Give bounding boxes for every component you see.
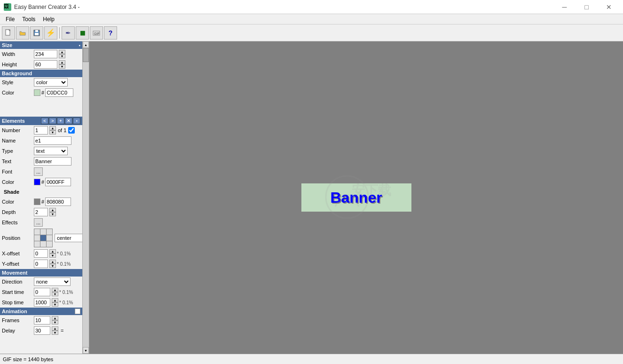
yoffset-spin-down[interactable]: ▼ bbox=[49, 264, 56, 268]
starttime-label: Start time bbox=[2, 289, 34, 295]
toolbar-export[interactable]: GIF bbox=[90, 26, 103, 40]
bg-section-header: Background bbox=[0, 70, 82, 77]
frames-input[interactable] bbox=[34, 316, 50, 324]
type-select[interactable]: text image bbox=[34, 147, 68, 155]
depth-row: Depth ▲ ▼ bbox=[0, 207, 82, 217]
pos-ml[interactable] bbox=[34, 235, 40, 241]
frames-label: Frames bbox=[2, 317, 34, 323]
elements-section-header: Elements < > + ✕ ▪ bbox=[0, 117, 82, 125]
delay-spinner: ▲ ▼ bbox=[52, 326, 58, 335]
pos-mr[interactable] bbox=[47, 235, 52, 241]
shade-color-label: Color bbox=[2, 199, 34, 205]
pos-bl[interactable] bbox=[34, 241, 40, 247]
elem-add-btn[interactable]: + bbox=[57, 118, 64, 124]
position-select[interactable]: center top-left top-right bottom-left bo… bbox=[55, 234, 82, 242]
delay-spin-down[interactable]: ▼ bbox=[52, 331, 58, 335]
effects-control: ... bbox=[34, 218, 80, 227]
width-input[interactable]: 234 bbox=[34, 50, 57, 58]
width-spinner: ▲ ▼ bbox=[59, 50, 65, 58]
toolbar-new[interactable] bbox=[2, 26, 15, 40]
style-select[interactable]: color gradient image bbox=[34, 78, 68, 87]
toolbar-edit[interactable]: ✒ bbox=[62, 26, 75, 40]
toolbar-help[interactable]: ? bbox=[104, 26, 117, 40]
pos-mc[interactable] bbox=[40, 235, 46, 241]
banner-background[interactable]: Banner bbox=[301, 183, 411, 212]
elem-copy-btn[interactable]: ▪ bbox=[73, 118, 80, 124]
stoptime-spin-up[interactable]: ▲ bbox=[52, 298, 58, 302]
menu-file[interactable]: File bbox=[2, 15, 18, 24]
font-button[interactable]: ... bbox=[34, 167, 43, 176]
text-row: Text bbox=[0, 156, 82, 166]
pos-tl[interactable] bbox=[34, 229, 40, 235]
pos-bc[interactable] bbox=[40, 241, 46, 247]
pos-tc[interactable] bbox=[40, 229, 46, 235]
position-grid[interactable] bbox=[34, 229, 53, 247]
width-spin-down[interactable]: ▼ bbox=[59, 54, 65, 58]
height-spin-up[interactable]: ▲ bbox=[59, 60, 65, 64]
bg-color-label: Color bbox=[2, 90, 34, 95]
effects-button[interactable]: ... bbox=[34, 218, 43, 227]
scroll-thumb[interactable] bbox=[83, 48, 89, 62]
name-input[interactable] bbox=[34, 136, 71, 145]
xoffset-spin-up[interactable]: ▲ bbox=[49, 249, 56, 253]
depth-spin-down[interactable]: ▼ bbox=[49, 212, 56, 216]
yoffset-input[interactable] bbox=[34, 260, 48, 268]
pos-br[interactable] bbox=[47, 241, 52, 247]
starttime-input[interactable] bbox=[34, 288, 50, 296]
scroll-down-btn[interactable]: ▼ bbox=[83, 347, 89, 354]
frames-spin-down[interactable]: ▼ bbox=[52, 320, 58, 324]
yoffset-pct: * 0.1% bbox=[57, 261, 71, 267]
depth-input[interactable] bbox=[34, 208, 48, 216]
number-input[interactable] bbox=[34, 126, 48, 135]
xoffset-input[interactable] bbox=[34, 249, 48, 258]
stoptime-spin-down[interactable]: ▼ bbox=[52, 302, 58, 307]
toolbar-save[interactable] bbox=[30, 26, 43, 40]
text-input[interactable] bbox=[34, 157, 71, 166]
number-spin-down[interactable]: ▼ bbox=[49, 130, 56, 135]
starttime-spin-up[interactable]: ▲ bbox=[52, 288, 58, 292]
height-spin-down[interactable]: ▼ bbox=[59, 64, 65, 69]
elem-next-btn[interactable]: > bbox=[49, 118, 56, 124]
text-control bbox=[34, 157, 80, 166]
scroll-up-btn[interactable]: ▲ bbox=[83, 41, 89, 48]
menu-help[interactable]: Help bbox=[39, 15, 58, 24]
direction-select[interactable]: none left right up down bbox=[34, 277, 71, 286]
height-spinner: ▲ ▼ bbox=[59, 60, 65, 69]
height-input[interactable] bbox=[34, 60, 57, 69]
depth-spin-up[interactable]: ▲ bbox=[49, 208, 56, 212]
toolbar-open[interactable] bbox=[16, 26, 29, 40]
maximize-button[interactable]: □ bbox=[576, 0, 597, 14]
elements-buttons: < > + ✕ ▪ bbox=[41, 118, 80, 124]
element-checkbox[interactable] bbox=[68, 127, 75, 134]
bg-color-swatch[interactable] bbox=[34, 89, 40, 96]
text-color-input[interactable] bbox=[45, 178, 71, 186]
toolbar-flash[interactable]: ⚡ bbox=[44, 26, 57, 40]
yoffset-row: Y-offset ▲ ▼ * 0.1% bbox=[0, 259, 82, 269]
text-color-swatch[interactable] bbox=[34, 179, 40, 185]
close-button[interactable]: ✕ bbox=[598, 0, 619, 14]
stoptime-input[interactable] bbox=[34, 298, 50, 307]
minimize-button[interactable]: ─ bbox=[554, 0, 575, 14]
width-spin-up[interactable]: ▲ bbox=[59, 50, 65, 54]
bg-color-input[interactable] bbox=[45, 88, 73, 97]
delay-spin-up[interactable]: ▲ bbox=[52, 326, 58, 331]
shade-color-swatch[interactable] bbox=[34, 198, 40, 205]
delay-input[interactable] bbox=[34, 326, 50, 335]
shade-color-input[interactable] bbox=[45, 198, 71, 206]
number-spin-up[interactable]: ▲ bbox=[49, 126, 56, 130]
toolbar-preview[interactable]: ▦ bbox=[76, 26, 89, 40]
banner-text: Banner bbox=[330, 189, 382, 206]
starttime-spin-down[interactable]: ▼ bbox=[52, 292, 58, 296]
width-label: Width bbox=[2, 51, 34, 57]
delay-row: Delay ▲ ▼ = bbox=[0, 325, 82, 336]
banner-canvas: Banner bbox=[301, 183, 411, 212]
pos-tr[interactable] bbox=[47, 229, 52, 235]
menu-tools[interactable]: Tools bbox=[18, 15, 39, 24]
frames-spin-up[interactable]: ▲ bbox=[52, 316, 58, 320]
yoffset-spin-up[interactable]: ▲ bbox=[49, 260, 56, 264]
elem-prev-btn[interactable]: < bbox=[41, 118, 48, 124]
elem-del-btn[interactable]: ✕ bbox=[65, 118, 72, 124]
title-bar: 🖼 Easy Banner Creator 3.4 - ─ □ ✕ bbox=[0, 0, 623, 14]
number-row: Number ▲ ▼ of 1 bbox=[0, 125, 82, 135]
xoffset-spin-down[interactable]: ▼ bbox=[49, 253, 56, 258]
